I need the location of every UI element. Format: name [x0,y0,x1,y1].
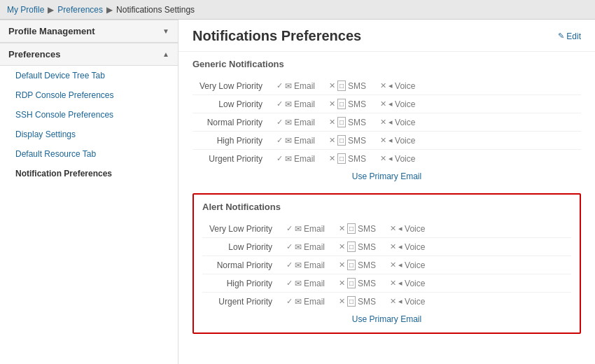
sidebar: Profile Management ▼ Preferences ▲ Defau… [0,20,178,364]
email-check-icon: ✓ [286,224,293,233]
content-body: Generic Notifications Very Low Priority … [178,52,595,351]
content-area: Notifications Preferences ✎ Edit Generic… [178,20,595,364]
sms-channel: ✕ □ SMS [339,223,376,234]
email-channel: ✓ ✉ Email [286,297,325,307]
channel-group: ✓ ✉ Email ✕ □ SMS ✕ ◂ Voice [276,135,415,146]
priority-label: Urgent Priority [202,297,286,307]
voice-cross-icon: ✕ [380,154,386,163]
sms-channel: ✕ □ SMS [339,278,376,288]
email-label: Email [294,81,315,91]
sms-label: SMS [348,154,366,164]
breadcrumb-current: Notifications Settings [116,5,195,15]
voice-channel: ✕ ◂ Voice [380,136,415,146]
breadcrumb-my-profile[interactable]: My Profile [7,5,44,15]
sidebar-link-ssh-console[interactable]: SSH Console Preferences [0,105,178,125]
sidebar-link-rdp-console[interactable]: RDP Console Preferences [0,85,178,105]
sms-cross-icon: ✕ [339,279,345,288]
breadcrumb-separator-2: ▶ [106,5,113,15]
voice-icon: ◂ [398,297,402,306]
priority-label: Low Priority [202,242,286,252]
email-channel: ✓ ✉ Email [286,242,325,252]
sms-channel: ✕ □ SMS [329,80,366,91]
sms-label: SMS [358,260,376,270]
priority-row: Normal Priority ✓ ✉ Email ✕ □ SMS ✕ ◂ [192,113,581,132]
profile-management-label: Profile Management [8,26,95,36]
email-channel: ✓ ✉ Email [286,224,325,234]
sms-cross-icon: ✕ [339,224,345,233]
edit-label: Edit [566,31,581,41]
email-icon: ✉ [295,260,302,270]
email-icon: ✉ [295,297,302,307]
voice-channel: ✕ ◂ Voice [390,279,425,288]
voice-icon: ◂ [398,242,402,251]
sms-icon: □ [347,296,356,307]
email-channel: ✓ ✉ Email [276,81,315,91]
priority-row: Normal Priority ✓ ✉ Email ✕ □ SMS ✕ ◂ [202,256,571,274]
voice-cross-icon: ✕ [390,260,396,270]
voice-icon: ◂ [398,260,402,270]
email-label: Email [294,118,315,127]
email-channel: ✓ ✉ Email [276,118,315,127]
breadcrumb: My Profile ▶ Preferences ▶ Notifications… [0,0,595,20]
voice-label: Voice [395,136,415,146]
email-channel: ✓ ✉ Email [276,154,315,164]
generic-priority-rows: Very Low Priority ✓ ✉ Email ✕ □ SMS ✕ ◂ [192,77,581,167]
edit-icon: ✎ [558,31,564,41]
sms-icon: □ [337,117,346,127]
sidebar-link-display-settings[interactable]: Display Settings [0,125,178,144]
email-channel: ✓ ✉ Email [276,136,315,146]
sms-cross-icon: ✕ [329,136,335,145]
sidebar-link-default-resource-tab[interactable]: Default Resource Tab [0,144,178,164]
voice-cross-icon: ✕ [380,99,386,108]
sms-cross-icon: ✕ [339,260,345,270]
priority-label: High Priority [202,279,286,288]
sms-label: SMS [348,118,366,127]
voice-label: Voice [405,260,425,270]
voice-label: Voice [395,99,415,109]
priority-row: Low Priority ✓ ✉ Email ✕ □ SMS ✕ ◂ [192,95,581,113]
channel-group: ✓ ✉ Email ✕ □ SMS ✕ ◂ Voice [286,241,425,252]
breadcrumb-preferences[interactable]: Preferences [57,5,103,15]
channel-group: ✓ ✉ Email ✕ □ SMS ✕ ◂ Voice [276,99,415,109]
channel-group: ✓ ✉ Email ✕ □ SMS ✕ ◂ Voice [286,296,425,307]
priority-row: Very Low Priority ✓ ✉ Email ✕ □ SMS ✕ ◂ [202,220,571,238]
sms-label: SMS [358,242,376,252]
email-icon: ✉ [295,242,302,252]
alert-priority-rows: Very Low Priority ✓ ✉ Email ✕ □ SMS ✕ ◂ [202,220,571,310]
sms-label: SMS [348,99,366,109]
sidebar-link-default-device-tree[interactable]: Default Device Tree Tab [0,66,178,85]
preferences-arrow: ▲ [162,50,169,58]
email-channel: ✓ ✉ Email [286,260,325,270]
alert-use-primary-email[interactable]: Use Primary Email [202,310,571,326]
edit-button[interactable]: ✎ Edit [558,31,581,41]
sms-icon: □ [337,153,346,164]
sms-cross-icon: ✕ [329,154,335,163]
generic-use-primary-email[interactable]: Use Primary Email [192,167,581,183]
sms-channel: ✕ □ SMS [339,260,376,270]
priority-label: Low Priority [192,99,276,109]
email-check-icon: ✓ [276,136,283,145]
email-icon: ✉ [285,118,292,127]
voice-icon: ◂ [388,136,393,145]
breadcrumb-separator-1: ▶ [48,5,54,15]
voice-cross-icon: ✕ [390,224,396,233]
voice-label: Voice [395,81,415,91]
sms-cross-icon: ✕ [329,99,335,108]
priority-label: Very Low Priority [202,224,286,234]
sidebar-item-rdp-console: RDP Console Preferences [0,85,178,105]
preferences-header[interactable]: Preferences ▲ [0,43,178,66]
sms-label: SMS [348,136,366,146]
email-icon: ✉ [295,279,302,288]
email-check-icon: ✓ [276,154,283,163]
voice-icon: ◂ [388,118,393,127]
sidebar-link-notification-preferences[interactable]: Notification Preferences [0,164,178,183]
voice-icon: ◂ [398,224,402,233]
priority-label: Very Low Priority [192,81,276,91]
priority-label: Urgent Priority [192,154,276,164]
email-label: Email [294,99,315,109]
voice-cross-icon: ✕ [380,118,386,127]
sms-channel: ✕ □ SMS [339,241,376,252]
sms-icon: □ [347,260,356,270]
sms-icon: □ [337,135,346,146]
sms-channel: ✕ □ SMS [329,117,366,127]
